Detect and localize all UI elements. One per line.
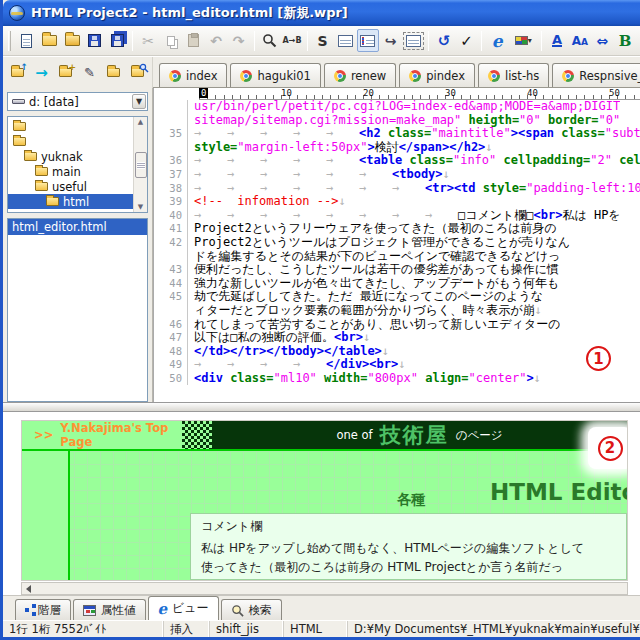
document-tab[interactable]: haguki01: [230, 63, 320, 87]
chevron-down-icon[interactable]: ▼: [132, 94, 146, 109]
tree-item[interactable]: html: [8, 194, 133, 209]
toolbar-separator: [481, 31, 482, 51]
code-row[interactable]: 41Project2というフリーウェアを使ってきた（最初のころは前身の: [154, 222, 640, 236]
document-tab[interactable]: Respnsive_test: [552, 63, 640, 87]
code-row[interactable]: 35→→→→→<h2 class="maintitle"><span class…: [154, 127, 640, 141]
code-row[interactable]: 43便利だったし、こうしたツールは若干の優劣差があっても操作に慣: [154, 263, 640, 277]
preview-browser-icon[interactable]: e: [486, 29, 508, 52]
find-icon[interactable]: [259, 29, 281, 52]
scroll-down-icon[interactable]: ▼: [138, 203, 143, 211]
save-all-icon[interactable]: [107, 29, 129, 52]
sidebar: d: [data] ▼ yuknakmainusefulhtml ▲ ▼ htm…: [3, 88, 153, 402]
document-tab[interactable]: renew: [324, 63, 396, 87]
paste-icon[interactable]: [183, 29, 205, 52]
sidebar-toolbar: ↑ → + ✎: [3, 57, 153, 88]
edit-icon[interactable]: ✎: [79, 63, 100, 83]
code-row[interactable]: 49→→→→</div><br>↓: [154, 358, 640, 372]
color-palette-icon[interactable]: ▾: [509, 29, 537, 52]
code-row[interactable]: 38→→→→→→→<tr><td style="padding-left:10p: [154, 182, 640, 196]
document-tab[interactable]: index: [159, 63, 227, 87]
tree-item[interactable]: useful: [8, 179, 133, 194]
code-row[interactable]: 50<div class="ml10" width="800px" align=…: [154, 372, 640, 386]
code-row[interactable]: style="margin-left:50px">検討</span></h2>↓: [154, 141, 640, 155]
code-row[interactable]: 37→→→→→→<tbody>↓: [154, 168, 640, 182]
code-row[interactable]: usr/bin/perl/petit/pc.cgi?LOG=index-ed&a…: [154, 100, 640, 114]
preview-body: 各種 HTML Editor コメント欄 私は HPをアップし始めて間もなく、H…: [22, 449, 627, 580]
syntax-check-icon[interactable]: ✓: [456, 29, 478, 52]
open-project-icon[interactable]: [61, 29, 83, 52]
document-tab[interactable]: pindex: [399, 63, 475, 87]
open-folder-small-icon[interactable]: [103, 63, 124, 83]
tree-item[interactable]: [8, 134, 133, 149]
list-view-icon[interactable]: [334, 29, 356, 52]
full-width-icon[interactable]: ⇔: [592, 29, 614, 52]
preview-hscrollbar[interactable]: [21, 582, 628, 595]
code-row[interactable]: 36→→→→→<table class="info" cellpadding="…: [154, 154, 640, 168]
code-row[interactable]: 44強力な新しいツールが色々出てきたし、アップデートがもう何年も: [154, 277, 640, 291]
annotation-2: 2: [588, 427, 628, 469]
scroll-left-icon[interactable]: [26, 585, 31, 593]
find-folder-icon[interactable]: [127, 63, 148, 83]
toolbar-separator: [307, 31, 308, 51]
detail-view-icon[interactable]: [357, 29, 379, 52]
scroll-thumb[interactable]: [135, 152, 147, 178]
code-editor[interactable]: 01020304050 usr/bin/perl/petit/pc.cgi?LO…: [153, 88, 640, 402]
chrome-icon: [488, 70, 500, 82]
bold-icon[interactable]: B: [614, 29, 636, 52]
code-row[interactable]: ィターだとブロック要素の範囲が分かりづらく、時々表示が崩↓: [154, 304, 640, 318]
section-title: HTML Editor: [490, 479, 628, 505]
file-item[interactable]: html_editor.html: [8, 219, 147, 235]
tab-hierarchy[interactable]: 階層: [15, 599, 71, 620]
scroll-up-icon[interactable]: ▲: [138, 118, 143, 126]
code-row[interactable]: ドを編集するとその結果が下のビューペインで確認できるなどけっ: [154, 250, 640, 264]
up-folder-icon[interactable]: ↑: [7, 63, 28, 83]
code-row[interactable]: 45劫で先延ばししてきた。ただ 最近になってこのページのような: [154, 290, 640, 304]
code-row[interactable]: 40→→→→→→→→□コメント欄□<br>私は HPを: [154, 209, 640, 223]
code-row[interactable]: 47以下は□私の独断の評価。<br>↓: [154, 331, 640, 345]
document-tab[interactable]: list-hs: [478, 63, 549, 87]
save-icon[interactable]: [84, 29, 106, 52]
code-row[interactable]: 46れてしまって苦労することがあり、思い切って新しいエディターの: [154, 318, 640, 332]
tree-item[interactable]: yuknak: [8, 149, 133, 164]
new-document-icon[interactable]: [16, 29, 38, 52]
folder-icon: [13, 122, 26, 131]
code-row[interactable]: 48</td></tr></tbody></table>↓: [154, 345, 640, 359]
open-folder-icon[interactable]: [39, 29, 61, 52]
replace-icon[interactable]: A→B: [281, 29, 303, 52]
font-color-icon[interactable]: A: [546, 29, 568, 52]
tag-jump-icon[interactable]: S: [312, 29, 334, 52]
tab-search[interactable]: 検索: [221, 599, 282, 620]
drive-selector[interactable]: d: [data] ▼: [7, 92, 148, 111]
status-file-path: D:¥My Documents¥_HTML¥yuknak¥main¥useful…: [347, 621, 640, 637]
drive-icon: [12, 99, 25, 104]
code-row[interactable]: sitemap/sitemap.cgi?mission=make_map" he…: [154, 114, 640, 128]
code-row[interactable]: 39<!-- infomation -->↓: [154, 195, 640, 209]
tree-item[interactable]: main: [8, 164, 133, 179]
copy-icon[interactable]: [160, 29, 182, 52]
title-bar[interactable]: HTML Project2 - html_editor.html [新規.wpr…: [3, 0, 640, 26]
goto-icon[interactable]: ↪: [380, 29, 402, 52]
new-folder-icon[interactable]: +: [55, 63, 76, 83]
cut-icon[interactable]: ✂: [137, 29, 159, 52]
app-icon: [9, 5, 25, 21]
code-row[interactable]: 42Project2というツールはプロジェクト管理ができることが売りなん: [154, 236, 640, 250]
file-list: html_editor.html: [7, 218, 148, 402]
tree-scrollbar[interactable]: ▲ ▼: [133, 117, 147, 212]
tab-view[interactable]: e ビュー: [148, 596, 219, 620]
preview-page: >> Y.Nakajima's Top Page one of 技術屋 のページ…: [21, 420, 628, 581]
brand-text: 技術屋: [380, 424, 449, 446]
bottom-tab-bar: 階層 属性値 e ビュー 検索: [3, 595, 640, 620]
font-size-icon[interactable]: AA: [569, 29, 591, 52]
tab-attributes[interactable]: 属性値: [73, 599, 146, 620]
undo-icon[interactable]: ↶: [205, 29, 227, 52]
pane-splitter[interactable]: [3, 402, 640, 412]
chrome-icon: [562, 70, 574, 82]
preview-header-right: one of 技術屋 のページ: [212, 421, 627, 449]
tree-item[interactable]: [8, 119, 133, 134]
toolbar-grip[interactable]: [8, 31, 11, 51]
go-arrow-icon[interactable]: →: [31, 63, 52, 83]
reload-icon[interactable]: ↺: [433, 29, 455, 52]
redo-icon[interactable]: ↷: [228, 29, 250, 52]
frame-view-icon[interactable]: [402, 29, 424, 52]
attributes-icon: [83, 605, 96, 616]
